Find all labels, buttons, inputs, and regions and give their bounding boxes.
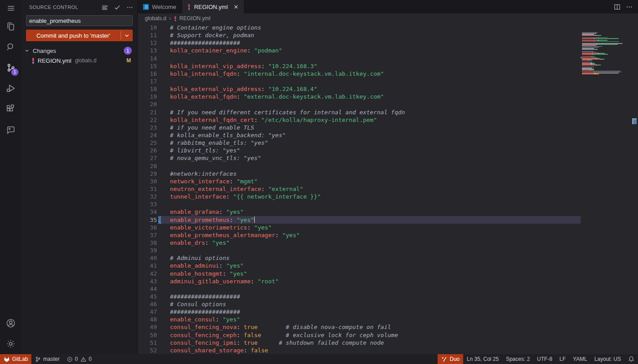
minimap-line bbox=[582, 35, 601, 36]
line-number: 15 bbox=[138, 62, 157, 70]
overview-ruler[interactable] bbox=[631, 23, 638, 354]
code-line-11[interactable]: 11# Support docker, podman bbox=[138, 31, 581, 39]
run-debug-icon[interactable] bbox=[0, 78, 22, 99]
statusbar-duo[interactable]: Duo bbox=[438, 354, 463, 364]
code-line-29[interactable]: 29#network:interfaces bbox=[138, 170, 581, 178]
source-control-icon[interactable]: 1 bbox=[0, 57, 22, 78]
code-line-36[interactable]: 36enable_victoriametrics: "yes" bbox=[138, 224, 581, 231]
code-line-12[interactable]: 12#################### bbox=[138, 39, 581, 47]
statusbar-language[interactable]: YAML bbox=[569, 354, 591, 364]
code-line-33[interactable]: 33 bbox=[138, 200, 581, 208]
code-line-51[interactable]: 51consul_fencing_ipmi: true # shutdown f… bbox=[138, 339, 581, 347]
code-line-31[interactable]: 31neutron_external_interface: "external" bbox=[138, 185, 581, 193]
code-line-43[interactable]: 43adminui_gitlab_username: "root" bbox=[138, 277, 581, 285]
line-number: 41 bbox=[138, 262, 157, 269]
code-line-42[interactable]: 42enable_hostmgmt: "yes" bbox=[138, 270, 581, 277]
code-line-13[interactable]: 13kolla_container_engine: "podman" bbox=[138, 47, 581, 54]
code-text: kolla_internal_vip_address: "10.224.168.… bbox=[161, 62, 581, 70]
statusbar-gitlab[interactable]: GitLab bbox=[0, 354, 31, 364]
close-tab-icon[interactable]: ✕ bbox=[234, 4, 239, 10]
minimap[interactable] bbox=[581, 23, 631, 354]
extensions-icon[interactable] bbox=[0, 99, 22, 119]
code-line-17[interactable]: 17 bbox=[138, 78, 581, 85]
code-line-37[interactable]: 37enable_prometheus_alertmanager: "yes" bbox=[138, 231, 581, 239]
code-line-10[interactable]: 10# Container engine options bbox=[138, 24, 581, 31]
code-line-52[interactable]: 52consul_shared_storage: false bbox=[138, 347, 581, 354]
code-line-41[interactable]: 41enable_adminui: "yes" bbox=[138, 262, 581, 269]
code-line-21[interactable]: 21# If you need different certificates f… bbox=[138, 108, 581, 116]
statusbar-keyboard-layout[interactable]: Layout: US bbox=[591, 354, 625, 364]
code-region[interactable]: 10# Container engine options11# Support … bbox=[138, 23, 581, 354]
code-line-24[interactable]: 24# kolla_enable_tls_backend: "yes" bbox=[138, 131, 581, 139]
tab-region-yml[interactable]: REGION.yml ✕ bbox=[182, 0, 244, 13]
commit-options-dropdown[interactable] bbox=[121, 30, 133, 41]
changed-file-row[interactable]: REGION.yml globals.d M bbox=[22, 56, 137, 65]
code-line-26[interactable]: 26# libvirt_tls: "yes" bbox=[138, 147, 581, 154]
statusbar-branch[interactable]: master bbox=[31, 354, 63, 364]
split-editor-icon[interactable] bbox=[614, 4, 621, 10]
breadcrumb-file[interactable]: REGION.yml bbox=[174, 15, 210, 22]
code-line-38[interactable]: 38enable_drs: "yes" bbox=[138, 239, 581, 247]
line-number: 24 bbox=[138, 131, 157, 139]
code-line-49[interactable]: 49consul_fencing_nova: true # disable no… bbox=[138, 323, 581, 331]
branch-icon bbox=[35, 356, 41, 362]
code-line-45[interactable]: 45#################### bbox=[138, 293, 581, 300]
menu-icon[interactable] bbox=[0, 0, 22, 16]
code-line-34[interactable]: 34enable_grafana: "yes" bbox=[138, 208, 581, 216]
line-number: 27 bbox=[138, 154, 157, 162]
code-line-48[interactable]: 48enable_consul: "yes" bbox=[138, 316, 581, 323]
code-text bbox=[161, 285, 581, 293]
code-line-22[interactable]: 22kolla_internal_fqdn_cert: "/etc/kolla/… bbox=[138, 116, 581, 124]
status-bar: GitLab master 0 0 Duo Ln 35, Col 25 bbox=[0, 354, 638, 364]
code-line-15[interactable]: 15kolla_internal_vip_address: "10.224.16… bbox=[138, 62, 581, 70]
code-text: kolla_external_fqdn: "external.doc-keyst… bbox=[161, 93, 581, 100]
changes-section-header[interactable]: Changes 1 bbox=[22, 46, 137, 56]
code-line-30[interactable]: 30network_interface: "mgmt" bbox=[138, 178, 581, 185]
commit-message-input[interactable] bbox=[26, 15, 133, 26]
code-line-32[interactable]: 32tunnel_interface: "{{ network_interfac… bbox=[138, 193, 581, 200]
activity-bar-bottom bbox=[0, 313, 22, 354]
line-number: 37 bbox=[138, 231, 157, 239]
notifications-bell-icon[interactable] bbox=[625, 354, 638, 364]
code-line-39[interactable]: 39 bbox=[138, 247, 581, 254]
commit-and-push-button[interactable]: Commit and push to 'master' bbox=[26, 30, 121, 41]
code-line-50[interactable]: 50consul_fencing_ceph: false # exclusive… bbox=[138, 331, 581, 339]
commit-check-icon[interactable] bbox=[113, 3, 121, 11]
duo-chat-icon[interactable] bbox=[0, 119, 22, 140]
code-line-14[interactable]: 14 bbox=[138, 55, 581, 62]
code-line-19[interactable]: 19kolla_external_fqdn: "external.doc-key… bbox=[138, 93, 581, 100]
breadcrumb-folder[interactable]: globals.d bbox=[145, 15, 166, 22]
code-line-25[interactable]: 25# rabbitmq_enable_tls: "yes" bbox=[138, 139, 581, 147]
tab-welcome[interactable]: Welcome bbox=[138, 0, 182, 13]
code-line-46[interactable]: 46# Consul options bbox=[138, 300, 581, 308]
gitlab-tanuki-icon bbox=[4, 356, 10, 362]
code-line-44[interactable]: 44 bbox=[138, 285, 581, 293]
minimap-line bbox=[582, 60, 592, 61]
code-text: # If you need different certificates for… bbox=[161, 108, 581, 116]
search-icon[interactable] bbox=[0, 37, 22, 57]
editor-more-actions-icon[interactable] bbox=[626, 4, 633, 10]
code-line-23[interactable]: 23# if you need enable TLS bbox=[138, 124, 581, 131]
code-line-16[interactable]: 16kolla_internal_fqdn: "internal.doc-key… bbox=[138, 70, 581, 78]
explorer-icon[interactable] bbox=[0, 16, 22, 37]
settings-gear-icon[interactable] bbox=[0, 334, 22, 354]
sidebar-header: SOURCE CONTROL bbox=[22, 0, 137, 14]
accounts-icon[interactable] bbox=[0, 313, 22, 334]
view-changes-icon[interactable] bbox=[100, 3, 109, 11]
statusbar-eol[interactable]: LF bbox=[556, 354, 569, 364]
statusbar-problems[interactable]: 0 0 bbox=[63, 354, 95, 364]
code-line-40[interactable]: 40# Adminui options bbox=[138, 254, 581, 262]
code-line-18[interactable]: 18kolla_external_vip_address: "10.224.16… bbox=[138, 85, 581, 93]
line-number: 25 bbox=[138, 139, 157, 147]
code-line-35[interactable]: 35enable_prometheus: "yes" bbox=[138, 216, 581, 224]
statusbar-cursor-position[interactable]: Ln 35, Col 25 bbox=[463, 354, 502, 364]
more-actions-icon[interactable] bbox=[126, 3, 134, 11]
code-line-27[interactable]: 27# nova_qemu_vnc_tls: "yes" bbox=[138, 154, 581, 162]
code-line-28[interactable]: 28 bbox=[138, 162, 581, 170]
code-text: consul_fencing_ceph: false # exclusive l… bbox=[161, 331, 581, 339]
code-line-47[interactable]: 47#################### bbox=[138, 308, 581, 316]
statusbar-encoding[interactable]: UTF-8 bbox=[534, 354, 556, 364]
code-text bbox=[161, 200, 581, 208]
code-line-20[interactable]: 20 bbox=[138, 100, 581, 108]
statusbar-indentation[interactable]: Spaces: 2 bbox=[502, 354, 533, 364]
